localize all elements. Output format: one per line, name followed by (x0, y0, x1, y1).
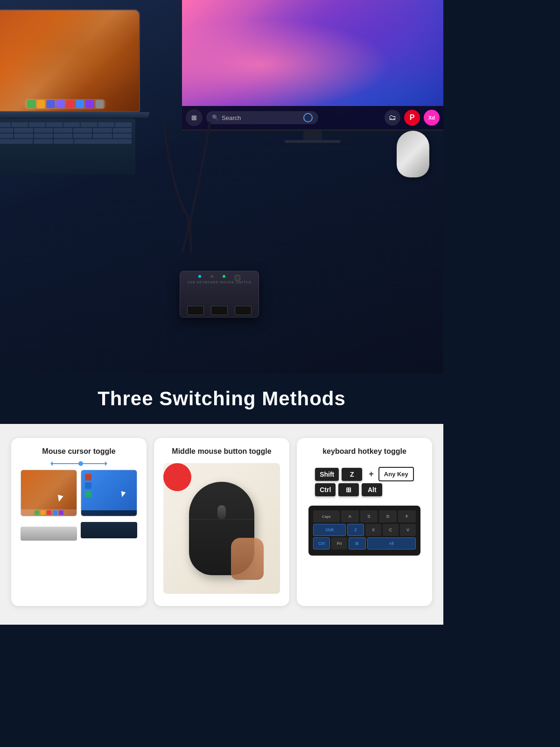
mini-taskbar (81, 510, 137, 516)
alt-key: Alt (362, 483, 382, 496)
mini-keyboard-visual: Caps A S D F Shift Z X C V (308, 506, 420, 556)
taskbar-search-bar[interactable]: 🔍 Search (206, 111, 318, 124)
mouse-image-area (163, 463, 280, 594)
fn-key-kb: Fn (331, 537, 347, 550)
card3-title: keyboard hotkey toggle (306, 447, 423, 456)
alt-key-kb: Alt (367, 537, 416, 550)
s-key: S (360, 510, 378, 522)
c-key-kb: C (383, 524, 399, 536)
windows-taskbar: ⊞ 🔍 Search 🗂 P Xd (182, 106, 443, 129)
hero-section: ⊞ 🔍 Search 🗂 P Xd (0, 0, 443, 374)
dock-icon (47, 100, 55, 108)
kvm-switch: USB KEYBOARD MOUSE SWITCH (180, 271, 264, 327)
kb-row-3: Ctrl Fn ⊞ Alt (313, 537, 416, 550)
win-key-kb: ⊞ (349, 537, 365, 550)
mini-laptop-device (81, 522, 137, 538)
kvm-port-2 (211, 306, 228, 315)
shift-key: Shift (315, 468, 339, 481)
search-icon: 🔍 (212, 114, 219, 121)
taskbar-icons: 🗂 P Xd (385, 110, 440, 126)
mini-dock-icon (47, 510, 51, 515)
color-blob-red (163, 463, 191, 491)
plus-symbol: + (369, 469, 374, 479)
arrow-dot (78, 461, 83, 466)
dock-icon (27, 100, 35, 108)
a-key: A (341, 510, 359, 522)
mouse-illustration (189, 482, 254, 575)
dock-icon (96, 100, 104, 108)
kvm-ports (180, 304, 259, 317)
kvm-port-3 (235, 306, 252, 315)
dock-icon (76, 100, 84, 108)
cortana-icon (303, 113, 313, 122)
adobe-xd-icon[interactable]: Xd (424, 110, 440, 126)
mac-dock (25, 99, 106, 109)
z-key: Z (342, 468, 362, 481)
kb-row-1: Caps A S D F (313, 510, 416, 522)
macbook-device (0, 9, 149, 187)
mini-mac-device (21, 527, 77, 541)
taskbar-folder-icon[interactable]: 🗂 (385, 110, 400, 126)
method-card-mouse: Middle mouse button toggle (154, 438, 289, 606)
methods-title: Three Switching Methods (0, 374, 443, 424)
kvm-led-blue (198, 275, 201, 278)
bottom-dark-area (0, 625, 443, 653)
kb-row-2: Shift Z X C V (313, 524, 416, 536)
dock-icon (37, 100, 45, 108)
kvm-led-green (223, 275, 225, 278)
pinterest-icon[interactable]: P (404, 110, 420, 126)
windows-monitor: ⊞ 🔍 Search 🗂 P Xd (182, 0, 443, 149)
kvm-button[interactable] (235, 275, 240, 281)
mini-win-icons (85, 474, 91, 497)
kvm-port-1 (187, 306, 204, 315)
mouse-device (397, 131, 434, 182)
mac-screen-preview (21, 470, 77, 516)
kvm-brand-label: USB KEYBOARD MOUSE SWITCH (180, 281, 259, 284)
hotkey-display: Shift Z + Any Key Ctrl ⊞ Alt Caps (306, 463, 423, 559)
mini-device-icons (21, 522, 137, 541)
card2-title: Middle mouse button toggle (163, 447, 280, 456)
mouse-scroll-wheel (217, 505, 226, 519)
monitor-screen: ⊞ 🔍 Search 🗂 P Xd (182, 0, 443, 131)
f-key: F (398, 510, 416, 522)
method-card-keyboard: keyboard hotkey toggle Shift Z + Any Key… (297, 438, 432, 606)
z-key-kb: Z (347, 524, 364, 536)
cursor-arrow-indicator (21, 463, 137, 464)
toggle-arrow (51, 463, 107, 464)
mini-dock-icon (53, 510, 57, 515)
mini-dock-icon (59, 510, 63, 515)
mouse-divider-line (189, 519, 254, 520)
any-key: Any Key (378, 467, 414, 481)
mini-win-icon (85, 474, 91, 480)
kvm-device-body: USB KEYBOARD MOUSE SWITCH (180, 271, 259, 317)
method-cards-row: Mouse cursor toggle (9, 438, 434, 606)
macbook-keyboard (0, 119, 135, 175)
windows-start-button[interactable]: ⊞ (186, 109, 203, 126)
dock-icon (86, 100, 94, 108)
x-key-kb: X (365, 524, 381, 536)
search-text: Search (222, 114, 241, 121)
d-key: D (379, 510, 397, 522)
mini-dock-icon (41, 510, 45, 515)
monitor-stand (303, 131, 322, 140)
win-cursor-icon (120, 491, 126, 498)
kvm-led-1 (210, 275, 213, 278)
cursor-icon (56, 495, 63, 503)
mini-mac-dock (21, 509, 77, 516)
monitor-base (285, 140, 341, 143)
method-card-cursor: Mouse cursor toggle (11, 438, 147, 606)
macbook-base (0, 112, 149, 118)
caps-key: Caps (313, 510, 340, 522)
mouse-body (397, 131, 429, 177)
hotkey-row-1: Shift Z + Any Key (315, 467, 414, 481)
v-key-kb: V (400, 524, 416, 536)
card1-title: Mouse cursor toggle (21, 447, 137, 456)
win-key: ⊞ (338, 483, 359, 496)
dock-icon (56, 100, 65, 108)
mini-win-icon (85, 491, 91, 497)
mini-dock-icon (35, 510, 39, 515)
hotkey-keys-grid: Shift Z + Any Key Ctrl ⊞ Alt (315, 467, 414, 496)
hand-on-mouse (231, 538, 264, 580)
dock-icon (66, 100, 75, 108)
ctrl-key-kb: Ctrl (313, 537, 330, 550)
